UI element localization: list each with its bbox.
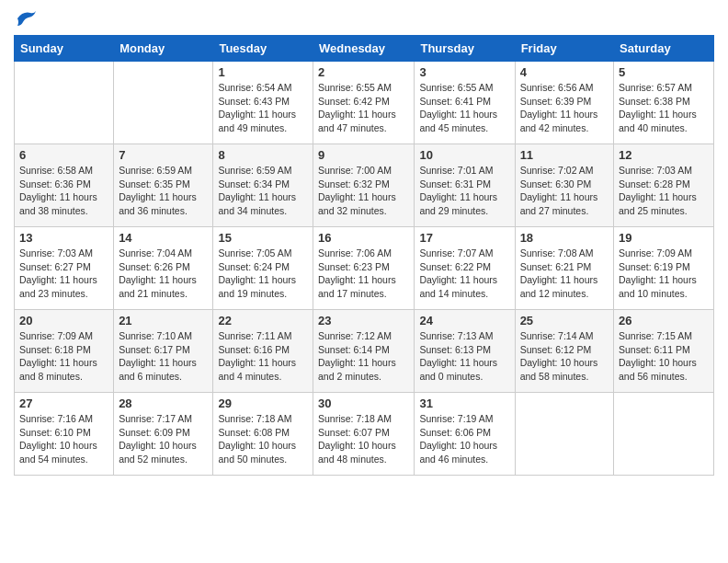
calendar: SundayMondayTuesdayWednesdayThursdayFrid… bbox=[14, 35, 714, 476]
calendar-cell: 15Sunrise: 7:05 AM Sunset: 6:24 PM Dayli… bbox=[213, 227, 313, 310]
day-info: Sunrise: 7:18 AM Sunset: 6:08 PM Dayligh… bbox=[218, 412, 308, 466]
calendar-cell: 25Sunrise: 7:14 AM Sunset: 6:12 PM Dayli… bbox=[515, 310, 613, 393]
calendar-cell: 8Sunrise: 6:59 AM Sunset: 6:34 PM Daylig… bbox=[213, 144, 313, 227]
day-info: Sunrise: 7:01 AM Sunset: 6:31 PM Dayligh… bbox=[419, 164, 509, 218]
calendar-cell bbox=[614, 393, 714, 476]
day-number: 9 bbox=[318, 148, 409, 162]
calendar-header-row: SundayMondayTuesdayWednesdayThursdayFrid… bbox=[15, 36, 714, 62]
calendar-week-5: 27Sunrise: 7:16 AM Sunset: 6:10 PM Dayli… bbox=[15, 393, 714, 476]
day-number: 12 bbox=[619, 148, 709, 162]
day-info: Sunrise: 6:56 AM Sunset: 6:39 PM Dayligh… bbox=[520, 81, 609, 135]
calendar-cell: 6Sunrise: 6:58 AM Sunset: 6:36 PM Daylig… bbox=[15, 144, 114, 227]
day-number: 4 bbox=[520, 65, 609, 79]
calendar-cell: 19Sunrise: 7:09 AM Sunset: 6:19 PM Dayli… bbox=[614, 227, 714, 310]
calendar-cell bbox=[114, 62, 213, 144]
calendar-cell: 22Sunrise: 7:11 AM Sunset: 6:16 PM Dayli… bbox=[213, 310, 313, 393]
calendar-cell: 4Sunrise: 6:56 AM Sunset: 6:39 PM Daylig… bbox=[515, 62, 613, 144]
calendar-week-2: 6Sunrise: 6:58 AM Sunset: 6:36 PM Daylig… bbox=[15, 144, 714, 227]
day-info: Sunrise: 7:10 AM Sunset: 6:17 PM Dayligh… bbox=[119, 329, 208, 384]
calendar-cell bbox=[15, 62, 114, 144]
header bbox=[14, 9, 714, 28]
day-number: 11 bbox=[520, 148, 609, 162]
calendar-cell: 31Sunrise: 7:19 AM Sunset: 6:06 PM Dayli… bbox=[415, 393, 515, 476]
calendar-header-monday: Monday bbox=[114, 36, 213, 62]
day-number: 28 bbox=[119, 396, 208, 410]
day-info: Sunrise: 7:04 AM Sunset: 6:26 PM Dayligh… bbox=[119, 247, 208, 301]
day-number: 18 bbox=[520, 231, 609, 245]
day-number: 10 bbox=[419, 148, 509, 162]
day-info: Sunrise: 7:06 AM Sunset: 6:23 PM Dayligh… bbox=[318, 247, 409, 301]
day-info: Sunrise: 7:19 AM Sunset: 6:06 PM Dayligh… bbox=[419, 412, 509, 466]
day-number: 19 bbox=[619, 231, 709, 245]
day-info: Sunrise: 7:07 AM Sunset: 6:22 PM Dayligh… bbox=[419, 247, 509, 301]
calendar-cell: 23Sunrise: 7:12 AM Sunset: 6:14 PM Dayli… bbox=[313, 310, 415, 393]
day-info: Sunrise: 6:58 AM Sunset: 6:36 PM Dayligh… bbox=[19, 164, 108, 218]
day-info: Sunrise: 7:11 AM Sunset: 6:16 PM Dayligh… bbox=[218, 329, 308, 384]
day-info: Sunrise: 6:55 AM Sunset: 6:42 PM Dayligh… bbox=[318, 81, 409, 135]
calendar-cell: 29Sunrise: 7:18 AM Sunset: 6:08 PM Dayli… bbox=[213, 393, 313, 476]
calendar-header-friday: Friday bbox=[515, 36, 613, 62]
day-info: Sunrise: 7:12 AM Sunset: 6:14 PM Dayligh… bbox=[318, 329, 409, 384]
calendar-cell: 10Sunrise: 7:01 AM Sunset: 6:31 PM Dayli… bbox=[415, 144, 515, 227]
day-number: 13 bbox=[19, 231, 108, 245]
day-number: 7 bbox=[119, 148, 208, 162]
calendar-cell: 30Sunrise: 7:18 AM Sunset: 6:07 PM Dayli… bbox=[313, 393, 415, 476]
calendar-header-sunday: Sunday bbox=[15, 36, 114, 62]
calendar-cell: 28Sunrise: 7:17 AM Sunset: 6:09 PM Dayli… bbox=[114, 393, 213, 476]
day-info: Sunrise: 7:14 AM Sunset: 6:12 PM Dayligh… bbox=[520, 329, 609, 384]
day-info: Sunrise: 7:18 AM Sunset: 6:07 PM Dayligh… bbox=[318, 412, 409, 466]
day-number: 22 bbox=[218, 314, 308, 327]
day-number: 15 bbox=[218, 231, 308, 245]
calendar-cell: 14Sunrise: 7:04 AM Sunset: 6:26 PM Dayli… bbox=[114, 227, 213, 310]
day-info: Sunrise: 7:00 AM Sunset: 6:32 PM Dayligh… bbox=[318, 164, 409, 218]
day-number: 8 bbox=[218, 148, 308, 162]
day-info: Sunrise: 7:08 AM Sunset: 6:21 PM Dayligh… bbox=[520, 247, 609, 301]
day-info: Sunrise: 7:13 AM Sunset: 6:13 PM Dayligh… bbox=[419, 329, 509, 384]
calendar-cell: 9Sunrise: 7:00 AM Sunset: 6:32 PM Daylig… bbox=[313, 144, 415, 227]
calendar-cell: 27Sunrise: 7:16 AM Sunset: 6:10 PM Dayli… bbox=[15, 393, 114, 476]
day-number: 30 bbox=[318, 396, 409, 410]
day-info: Sunrise: 6:57 AM Sunset: 6:38 PM Dayligh… bbox=[619, 81, 709, 135]
calendar-week-4: 20Sunrise: 7:09 AM Sunset: 6:18 PM Dayli… bbox=[15, 310, 714, 393]
day-number: 5 bbox=[619, 65, 709, 79]
calendar-week-3: 13Sunrise: 7:03 AM Sunset: 6:27 PM Dayli… bbox=[15, 227, 714, 310]
calendar-cell: 12Sunrise: 7:03 AM Sunset: 6:28 PM Dayli… bbox=[614, 144, 714, 227]
calendar-cell: 16Sunrise: 7:06 AM Sunset: 6:23 PM Dayli… bbox=[313, 227, 415, 310]
day-number: 14 bbox=[119, 231, 208, 245]
day-number: 23 bbox=[318, 314, 409, 327]
day-number: 2 bbox=[318, 65, 409, 79]
calendar-cell: 26Sunrise: 7:15 AM Sunset: 6:11 PM Dayli… bbox=[614, 310, 714, 393]
calendar-cell: 20Sunrise: 7:09 AM Sunset: 6:18 PM Dayli… bbox=[15, 310, 114, 393]
calendar-cell: 17Sunrise: 7:07 AM Sunset: 6:22 PM Dayli… bbox=[415, 227, 515, 310]
day-info: Sunrise: 7:03 AM Sunset: 6:28 PM Dayligh… bbox=[619, 164, 709, 218]
day-info: Sunrise: 7:17 AM Sunset: 6:09 PM Dayligh… bbox=[119, 412, 208, 466]
calendar-header-saturday: Saturday bbox=[614, 36, 714, 62]
day-number: 6 bbox=[19, 148, 108, 162]
day-info: Sunrise: 6:55 AM Sunset: 6:41 PM Dayligh… bbox=[419, 81, 509, 135]
day-number: 1 bbox=[218, 65, 308, 79]
calendar-cell: 24Sunrise: 7:13 AM Sunset: 6:13 PM Dayli… bbox=[415, 310, 515, 393]
calendar-cell: 13Sunrise: 7:03 AM Sunset: 6:27 PM Dayli… bbox=[15, 227, 114, 310]
day-info: Sunrise: 6:54 AM Sunset: 6:43 PM Dayligh… bbox=[218, 81, 308, 135]
logo-bird-icon bbox=[16, 9, 38, 28]
day-number: 3 bbox=[419, 65, 509, 79]
calendar-week-1: 1Sunrise: 6:54 AM Sunset: 6:43 PM Daylig… bbox=[15, 62, 714, 144]
page: SundayMondayTuesdayWednesdayThursdayFrid… bbox=[0, 0, 728, 489]
logo bbox=[14, 9, 45, 28]
day-number: 25 bbox=[520, 314, 609, 327]
calendar-cell: 3Sunrise: 6:55 AM Sunset: 6:41 PM Daylig… bbox=[415, 62, 515, 144]
calendar-cell: 21Sunrise: 7:10 AM Sunset: 6:17 PM Dayli… bbox=[114, 310, 213, 393]
calendar-cell: 18Sunrise: 7:08 AM Sunset: 6:21 PM Dayli… bbox=[515, 227, 613, 310]
day-info: Sunrise: 6:59 AM Sunset: 6:35 PM Dayligh… bbox=[119, 164, 208, 218]
day-number: 24 bbox=[419, 314, 509, 327]
calendar-header-thursday: Thursday bbox=[415, 36, 515, 62]
calendar-cell: 1Sunrise: 6:54 AM Sunset: 6:43 PM Daylig… bbox=[213, 62, 313, 144]
calendar-header-tuesday: Tuesday bbox=[213, 36, 313, 62]
day-info: Sunrise: 6:59 AM Sunset: 6:34 PM Dayligh… bbox=[218, 164, 308, 218]
day-info: Sunrise: 7:02 AM Sunset: 6:30 PM Dayligh… bbox=[520, 164, 609, 218]
day-info: Sunrise: 7:09 AM Sunset: 6:18 PM Dayligh… bbox=[19, 329, 108, 384]
day-info: Sunrise: 7:16 AM Sunset: 6:10 PM Dayligh… bbox=[19, 412, 108, 466]
day-number: 17 bbox=[419, 231, 509, 245]
day-number: 20 bbox=[19, 314, 108, 327]
day-info: Sunrise: 7:09 AM Sunset: 6:19 PM Dayligh… bbox=[619, 247, 709, 301]
